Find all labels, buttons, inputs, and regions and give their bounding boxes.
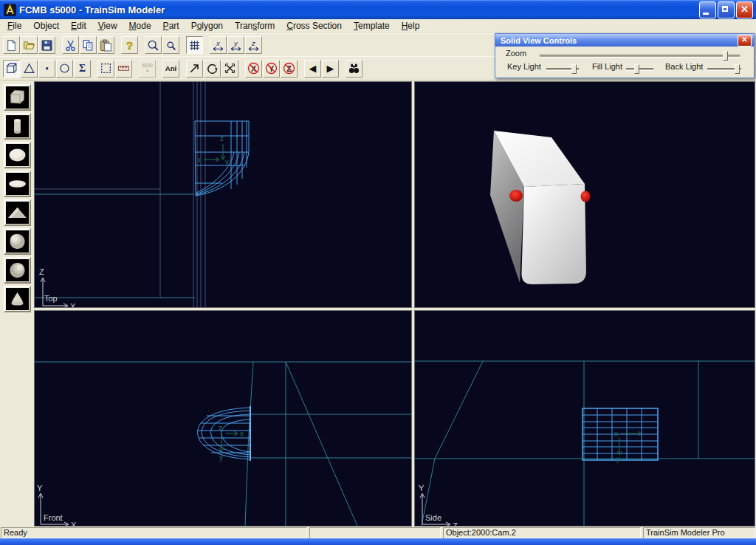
- restore-button[interactable]: [718, 1, 735, 18]
- svg-text:▶: ▶: [327, 63, 334, 74]
- rotate-tool-button[interactable]: [204, 60, 221, 78]
- cone-icon: [6, 288, 29, 310]
- select-solid-button[interactable]: [3, 60, 20, 78]
- ruler-button[interactable]: [115, 60, 132, 78]
- z-axis-icon: z: [247, 39, 260, 52]
- menu-edit[interactable]: Edit: [65, 20, 92, 32]
- select-triangle-icon: [23, 62, 35, 75]
- zoom-in-button[interactable]: [145, 36, 162, 54]
- svg-text:◀: ◀: [309, 63, 317, 74]
- gizmo-z-label: z: [220, 134, 224, 143]
- select-triangle-button[interactable]: [21, 60, 38, 78]
- primitive-cube-button[interactable]: [4, 84, 31, 111]
- menu-mode[interactable]: Mode: [123, 20, 157, 32]
- taskbar-strip[interactable]: [0, 538, 756, 545]
- zoom-slider-thumb[interactable]: [723, 51, 728, 61]
- menu-help[interactable]: Help: [396, 20, 426, 32]
- wireframe-object: [195, 121, 249, 196]
- horizontal-axis-label: X: [71, 521, 77, 526]
- axis-gizmo: z y x: [197, 134, 229, 166]
- animation-button[interactable]: Ani: [162, 60, 179, 78]
- primitive-wedge-button[interactable]: [4, 199, 31, 226]
- palette-body: Zoom Key Light Fill Light Back Light: [495, 47, 754, 78]
- menu-object[interactable]: Object: [27, 20, 65, 32]
- move-tool-button[interactable]: [186, 60, 203, 78]
- primitive-cone-button[interactable]: [4, 286, 31, 312]
- fill-light-slider-thumb[interactable]: [634, 64, 639, 74]
- palette-close-button[interactable]: ✕: [738, 35, 752, 47]
- viewport-top[interactable]: z y x Z Top X: [34, 81, 412, 308]
- x-axis-icon: x: [212, 39, 224, 52]
- viewport-front[interactable]: z y x Y Front X: [34, 310, 412, 527]
- paste-button[interactable]: [97, 36, 114, 54]
- palette-title: Solid View Controls: [501, 36, 577, 45]
- front-view-canvas: z y x Y Front X: [35, 311, 411, 526]
- gizmo-y-label: y: [219, 453, 223, 462]
- menu-polygon[interactable]: Polygon: [185, 20, 229, 32]
- grid-toggle-button[interactable]: [186, 36, 203, 54]
- find-button[interactable]: [346, 60, 362, 78]
- primitive-ellipsoid-button[interactable]: [4, 142, 31, 168]
- viewport-axes: Y Front X: [37, 484, 77, 526]
- zoom-slider[interactable]: [540, 55, 740, 58]
- key-light-slider-thumb[interactable]: [571, 64, 577, 74]
- x-axis-button[interactable]: x: [210, 36, 227, 54]
- lock-y-button[interactable]: Y: [263, 60, 280, 78]
- lock-z-icon: Z: [283, 62, 295, 75]
- previous-icon: ◀: [306, 62, 319, 75]
- close-button[interactable]: ✕: [736, 1, 753, 18]
- select-circle-button[interactable]: [56, 60, 73, 78]
- title-bar: FCMB s5000 - TrainSim Modeler ✕: [0, 0, 756, 19]
- gizmo-x-label: x: [240, 430, 244, 438]
- previous-button[interactable]: ◀: [304, 60, 321, 78]
- red-handle-right[interactable]: [581, 191, 591, 202]
- cut-icon: [64, 39, 77, 52]
- primitive-sphere-button[interactable]: [4, 228, 31, 255]
- menu-view[interactable]: View: [92, 20, 123, 32]
- help-button[interactable]: ?: [121, 36, 138, 54]
- menu-template[interactable]: Template: [348, 20, 396, 32]
- scale-tool-button[interactable]: [221, 60, 238, 78]
- primitive-disc-button[interactable]: [4, 171, 31, 197]
- next-button[interactable]: ▶: [322, 60, 339, 78]
- fill-light-slider[interactable]: [626, 68, 653, 71]
- cut-button[interactable]: [62, 36, 79, 54]
- z-axis-button[interactable]: z: [245, 36, 262, 54]
- y-axis-button[interactable]: y: [227, 36, 244, 54]
- svg-text:Σ: Σ: [79, 63, 86, 74]
- menu-file[interactable]: File: [1, 20, 27, 32]
- open-file-icon: [23, 39, 35, 52]
- palette-close-icon: ✕: [741, 35, 747, 44]
- help-icon: ?: [123, 39, 136, 52]
- primitive-geosphere-button[interactable]: [4, 257, 31, 284]
- zoom-out-button[interactable]: [162, 36, 179, 54]
- paste-icon: [100, 39, 112, 52]
- cross-section-tool-button[interactable]: Σ: [74, 60, 91, 78]
- palette-titlebar[interactable]: Solid View Controls ✕: [495, 34, 754, 47]
- open-file-button[interactable]: [21, 36, 38, 54]
- grid-lines-teal: [35, 362, 411, 526]
- select-point-button[interactable]: [38, 60, 55, 78]
- key-light-slider[interactable]: [546, 68, 579, 71]
- y-axis-icon: y: [230, 39, 242, 52]
- lock-x-button[interactable]: X: [245, 60, 262, 78]
- red-handle-left[interactable]: [509, 190, 523, 202]
- solid-view-controls-palette[interactable]: Solid View Controls ✕ Zoom Key Light Fil…: [495, 33, 755, 78]
- menu-part[interactable]: Part: [157, 20, 185, 32]
- geosphere-icon: [6, 259, 29, 281]
- menu-transform[interactable]: Transform: [229, 20, 281, 32]
- minimize-button[interactable]: [699, 1, 716, 18]
- wedge-icon: [6, 202, 29, 224]
- new-document-button[interactable]: [3, 36, 20, 54]
- status-object-info: Object:2000:Cam.2: [443, 527, 641, 538]
- lock-z-button[interactable]: Z: [281, 60, 298, 78]
- back-light-slider[interactable]: [707, 68, 741, 71]
- copy-button[interactable]: [80, 36, 97, 54]
- primitive-cylinder-button[interactable]: [4, 113, 31, 140]
- menu-cross-section[interactable]: Cross Section: [281, 20, 348, 32]
- viewport-side[interactable]: x y Y Side Z: [414, 310, 755, 527]
- back-light-slider-thumb[interactable]: [735, 64, 740, 74]
- viewport-solid-3d[interactable]: [414, 81, 755, 308]
- save-file-button[interactable]: [38, 36, 55, 54]
- marquee-select-button[interactable]: [97, 60, 114, 78]
